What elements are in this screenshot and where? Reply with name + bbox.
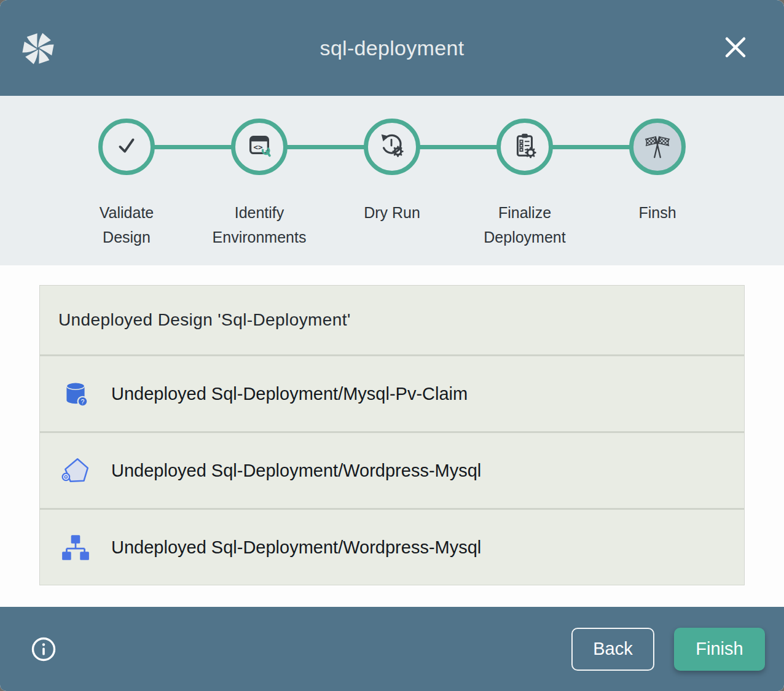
result-row-deployment[interactable]: Undeployed Sql-Deployment/Wordpress-Mysq… bbox=[40, 508, 744, 585]
deployment-wizard-modal: sql-deployment bbox=[0, 0, 784, 691]
step-label: Finsh bbox=[638, 200, 676, 225]
result-row-text: Undeployed Sql-Deployment/Mysql-Pv-Claim bbox=[111, 384, 468, 404]
step-circle: <> bbox=[231, 119, 288, 175]
result-row-pv-claim[interactable]: ? Undeployed Sql-Deployment/Mysql-Pv-Cla… bbox=[40, 354, 744, 431]
step-validate-design[interactable]: Validate Design bbox=[60, 96, 193, 249]
modal-footer: Back Finish bbox=[0, 607, 784, 691]
rerun-gear-icon bbox=[378, 131, 406, 162]
step-finish[interactable]: Finsh bbox=[591, 96, 724, 249]
svg-text:?: ? bbox=[81, 399, 85, 405]
deployment-stepper: Validate Design <> bbox=[0, 96, 784, 265]
step-label: Dry Run bbox=[364, 200, 420, 225]
step-finalize-deployment[interactable]: Finalize Deployment bbox=[458, 96, 591, 249]
modal-header: sql-deployment bbox=[0, 0, 784, 96]
panel-header-text: Undeployed Design 'Sql-Deployment' bbox=[58, 310, 351, 330]
deployment-hierarchy-icon bbox=[60, 532, 91, 563]
result-row-text: Undeployed Sql-Deployment/Wordpress-Mysq… bbox=[111, 461, 481, 481]
info-icon bbox=[31, 655, 57, 664]
step-label: Finalize Deployment bbox=[476, 200, 574, 249]
code-window-wrench-icon: <> bbox=[245, 131, 273, 162]
step-circle bbox=[496, 119, 553, 175]
close-icon bbox=[723, 35, 748, 61]
modal-title: sql-deployment bbox=[0, 0, 784, 96]
service-pentagon-icon bbox=[60, 455, 91, 486]
database-icon: ? bbox=[60, 378, 91, 409]
back-button[interactable]: Back bbox=[571, 628, 654, 671]
step-circle bbox=[98, 119, 155, 175]
finish-button[interactable]: Finish bbox=[674, 628, 765, 671]
result-row-service[interactable]: Undeployed Sql-Deployment/Wordpress-Mysq… bbox=[40, 431, 744, 508]
step-circle bbox=[364, 119, 420, 175]
step-dry-run[interactable]: Dry Run bbox=[326, 96, 458, 249]
step-label: Identify Environments bbox=[210, 200, 308, 249]
panel-header-row: Undeployed Design 'Sql-Deployment' bbox=[40, 286, 744, 354]
svg-text:<>: <> bbox=[253, 142, 262, 152]
step-circle bbox=[629, 119, 686, 175]
close-button[interactable] bbox=[723, 35, 748, 61]
clipboard-gear-icon bbox=[511, 131, 539, 162]
step-identify-environments[interactable]: <> Identify Environments bbox=[193, 96, 326, 249]
check-icon bbox=[112, 131, 141, 162]
meshery-logo-icon bbox=[20, 31, 56, 66]
deployment-results-panel: Undeployed Design 'Sql-Deployment' ? Und… bbox=[39, 285, 745, 585]
step-label: Validate Design bbox=[77, 200, 176, 249]
info-button[interactable] bbox=[31, 636, 57, 662]
checkered-flags-icon bbox=[643, 131, 672, 162]
result-row-text: Undeployed Sql-Deployment/Wordpress-Mysq… bbox=[111, 537, 481, 558]
